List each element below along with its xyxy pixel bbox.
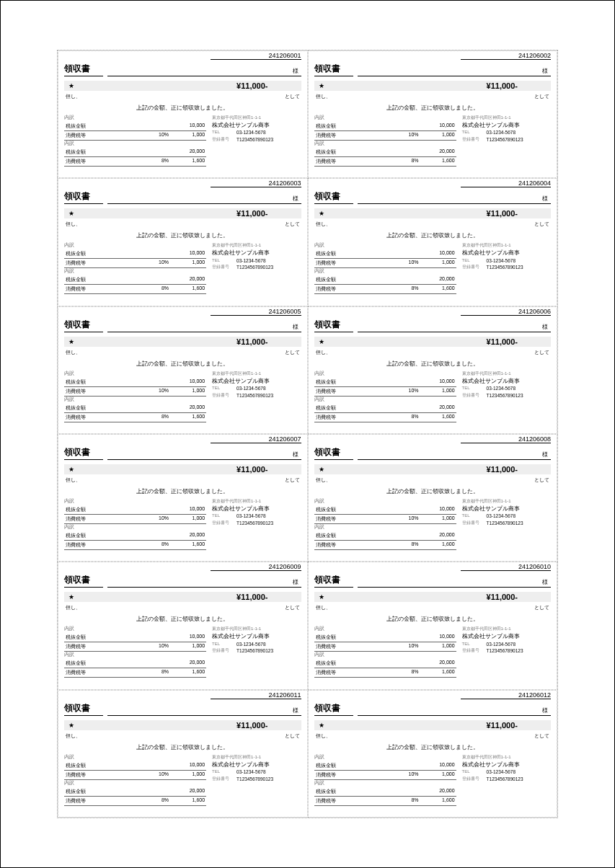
row-rate: 10%	[390, 132, 419, 139]
breakdown-header: 内訳	[64, 652, 206, 659]
reg-value: T1234567890123	[236, 136, 301, 143]
breakdown-header: 内訳	[314, 268, 456, 275]
row-label: 税抜金額	[66, 378, 140, 386]
table-row: 消費税等 10% 1,000	[314, 771, 456, 780]
breakdown-header: 内訳	[64, 524, 206, 531]
table-row: 税抜金額 10,000	[64, 249, 206, 259]
tel-label: TEL	[462, 129, 484, 136]
tel-label: TEL	[212, 513, 234, 520]
table-row: 消費税等 10% 1,000	[314, 259, 456, 268]
row-label: 税抜金額	[316, 149, 390, 156]
breakdown-table: 内訳 税抜金額 10,000 消費税等 10% 1,000 内訳 税抜金額 20…	[64, 626, 206, 678]
reg-value: T1234567890123	[487, 136, 551, 143]
issuer-name: 株式会社サンプル商事	[462, 377, 551, 385]
table-row: 消費税等 8% 1,600	[314, 797, 456, 806]
receipt-cell: 241206002 領収書 様 ★ ¥11,000- 但し、 として 上記の金額…	[308, 50, 558, 178]
reg-value: T1234567890123	[487, 520, 551, 527]
receipt-sheet: 241206001 領収書 様 ★ ¥11,000- 但し、 として 上記の金額…	[0, 0, 615, 868]
issuer-address: 東京都千代田区神田1-1-1	[212, 626, 301, 632]
issuer-block: 東京都千代田区神田1-1-1 株式会社サンプル商事 TEL 03-1234-56…	[212, 498, 301, 550]
row-value: 1,000	[419, 515, 455, 523]
receipt-title: 領収書	[64, 446, 103, 460]
receipt-cell: 241206004 領収書 様 ★ ¥11,000- 但し、 として 上記の金額…	[308, 178, 558, 306]
table-row: 税抜金額 20,000	[314, 275, 456, 285]
reg-label: 登録番号	[212, 136, 234, 143]
issuer-name: 株式会社サンプル商事	[212, 121, 301, 129]
row-value: 20,000	[419, 660, 455, 667]
star-icon: ★	[319, 466, 324, 473]
row-rate: 8%	[140, 158, 169, 165]
provided-label: 但し、	[66, 221, 81, 228]
table-row: 税抜金額 10,000	[64, 505, 206, 515]
row-label: 税抜金額	[66, 404, 140, 412]
row-label: 税抜金額	[66, 660, 140, 667]
row-value: 1,000	[419, 643, 455, 650]
issuer-block: 東京都千代田区神田1-1-1 株式会社サンプル商事 TEL 03-1234-56…	[462, 498, 551, 550]
row-value: 20,000	[419, 532, 455, 539]
row-rate: 8%	[140, 541, 169, 549]
recipient-name-line: 様	[358, 451, 552, 460]
star-icon: ★	[319, 722, 324, 729]
issuer-name: 株式会社サンプル商事	[212, 505, 301, 513]
table-row: 税抜金額 10,000	[314, 505, 456, 515]
receipt-title: 領収書	[64, 574, 103, 588]
table-row: 税抜金額 10,000	[314, 633, 456, 642]
provided-label: 但し、	[66, 732, 81, 740]
table-row: 税抜金額 10,000	[314, 761, 456, 771]
breakdown-header: 内訳	[64, 754, 206, 761]
reg-label: 登録番号	[462, 647, 484, 655]
star-icon: ★	[68, 338, 74, 345]
receipt-number: 241206002	[461, 52, 551, 60]
as-label: として	[285, 732, 300, 740]
row-value: 1,600	[169, 669, 205, 676]
row-label: 消費税等	[316, 669, 390, 676]
table-row: 税抜金額 20,000	[64, 531, 206, 541]
table-row: 消費税等 10% 1,000	[64, 771, 206, 780]
receipt-grid: 241206001 領収書 様 ★ ¥11,000- 但し、 として 上記の金額…	[57, 50, 558, 818]
tel-label: TEL	[212, 257, 234, 265]
receipt-cell: 241206005 領収書 様 ★ ¥11,000- 但し、 として 上記の金額…	[58, 306, 308, 434]
row-label: 税抜金額	[316, 532, 390, 539]
tel-label: TEL	[462, 385, 484, 392]
reg-label: 登録番号	[462, 136, 484, 143]
recipient-name-line: 様	[358, 323, 552, 332]
recipient-name-line: 様	[358, 67, 552, 76]
reg-value: T1234567890123	[236, 647, 301, 655]
amount-row: ★ ¥11,000-	[64, 337, 301, 347]
row-label: 消費税等	[316, 260, 390, 267]
row-value: 1,000	[169, 515, 205, 523]
row-label: 消費税等	[66, 643, 140, 650]
reg-value: T1234567890123	[236, 520, 301, 527]
row-label: 税抜金額	[66, 532, 140, 539]
row-label: 税抜金額	[316, 123, 390, 130]
breakdown-table: 内訳 税抜金額 10,000 消費税等 10% 1,000 内訳 税抜金額 20…	[64, 371, 206, 422]
tel-label: TEL	[212, 641, 234, 648]
issuer-address: 東京都千代田区神田1-1-1	[462, 626, 551, 632]
amount-value: ¥11,000-	[324, 337, 547, 346]
table-row: 税抜金額 10,000	[64, 633, 206, 642]
breakdown-table: 内訳 税抜金額 10,000 消費税等 10% 1,000 内訳 税抜金額 20…	[64, 498, 206, 550]
receipt-title: 領収書	[64, 190, 103, 204]
issuer-address: 東京都千代田区神田1-1-1	[462, 242, 551, 249]
recipient-name-line: 様	[358, 195, 552, 204]
row-rate: 10%	[390, 515, 419, 523]
amount-value: ¥11,000-	[74, 465, 297, 474]
tel-value: 03-1234-5678	[487, 641, 551, 648]
table-row: 消費税等 8% 1,600	[314, 668, 456, 678]
table-row: 税抜金額 20,000	[314, 659, 456, 668]
provided-label: 但し、	[66, 604, 81, 611]
row-label: 税抜金額	[66, 634, 140, 641]
issuer-name: 株式会社サンプル商事	[462, 632, 551, 640]
star-icon: ★	[68, 593, 74, 601]
confirmation-text: 上記の金額、正に領収致しました。	[314, 360, 552, 368]
table-row: 消費税等 10% 1,000	[314, 642, 456, 652]
issuer-address: 東京都千代田区神田1-1-1	[212, 115, 301, 121]
confirmation-text: 上記の金額、正に領収致しました。	[314, 744, 552, 751]
breakdown-header: 内訳	[64, 268, 206, 275]
issuer-name: 株式会社サンプル商事	[212, 761, 301, 769]
star-icon: ★	[319, 338, 324, 345]
provided-label: 但し、	[316, 221, 331, 228]
table-row: 税抜金額 10,000	[314, 378, 456, 387]
row-value: 20,000	[169, 788, 205, 795]
breakdown-table: 内訳 税抜金額 10,000 消費税等 10% 1,000 内訳 税抜金額 20…	[314, 626, 456, 678]
